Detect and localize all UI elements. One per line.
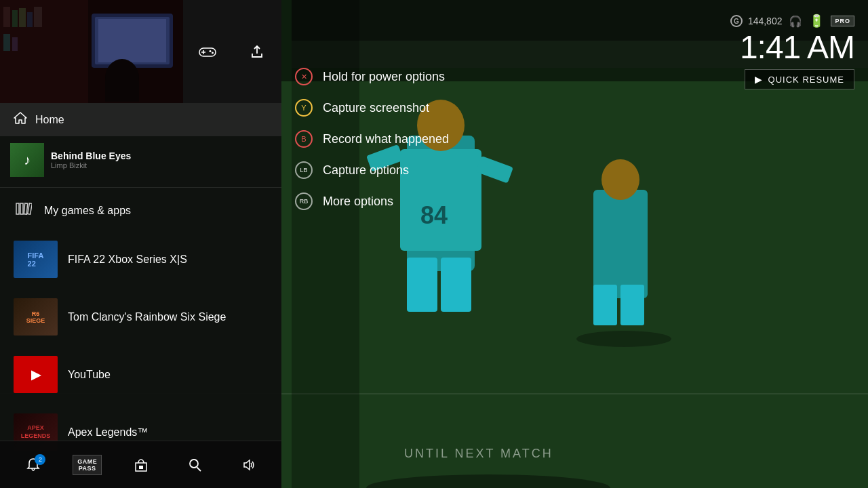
library-icon — [14, 201, 34, 220]
header-controls — [183, 0, 281, 103]
x-button-icon: ✕ — [295, 68, 313, 85]
capture-screenshot-item[interactable]: Y Capture screenshot — [292, 92, 452, 123]
store-icon — [134, 458, 149, 472]
now-playing-section: ♪ Behind Blue Eyes Limp Bizkit — [0, 136, 281, 184]
record-happened-label: Record what happened — [323, 132, 449, 146]
pro-badge: PRO — [831, 16, 854, 26]
apex-label: Apex Legends™ — [68, 426, 148, 439]
svg-rect-43 — [24, 203, 27, 214]
r6-icon-text: R6SIEGE — [26, 310, 45, 324]
thumbnail-row — [0, 0, 281, 103]
svg-rect-44 — [28, 203, 32, 214]
fifa-label: FIFA 22 Xbox Series X|S — [68, 253, 187, 266]
now-playing-title: Behind Blue Eyes — [51, 150, 131, 161]
my-games-label: My games & apps — [44, 205, 131, 217]
r6-thumbnail: R6SIEGE — [14, 298, 58, 336]
svg-rect-14 — [593, 285, 617, 325]
controller-svg — [198, 45, 217, 58]
divider — [0, 187, 281, 188]
game-pass-line1: GAME — [77, 458, 97, 465]
context-menu: ✕ Hold for power options Y Capture scree… — [292, 61, 452, 217]
svg-rect-30 — [19, 8, 26, 27]
stream-scene — [0, 0, 183, 103]
home-nav-item[interactable]: Home — [0, 103, 281, 136]
svg-rect-10 — [441, 258, 471, 312]
capture-options-item[interactable]: LB Capture options — [292, 155, 452, 186]
search-button[interactable] — [180, 454, 209, 476]
svg-rect-31 — [27, 12, 33, 27]
svg-rect-25 — [98, 19, 166, 62]
notification-badge: 2 — [35, 454, 45, 465]
svg-rect-34 — [12, 37, 18, 51]
left-panel: Home ♪ Behind Blue Eyes Limp Bizkit My g… — [0, 0, 281, 488]
svg-rect-9 — [407, 258, 437, 312]
r6-label: Tom Clancy's Rainbow Six Siege — [68, 311, 226, 323]
now-playing-info: Behind Blue Eyes Limp Bizkit — [51, 150, 131, 169]
svg-point-38 — [210, 50, 212, 52]
svg-rect-32 — [34, 7, 42, 27]
music-icon: ♪ — [24, 152, 31, 168]
play-icon: ▶ — [755, 74, 763, 85]
svg-marker-40 — [14, 113, 26, 123]
power-options-label: Hold for power options — [323, 70, 445, 84]
headset-icon: 🎧 — [789, 15, 802, 28]
more-options-item[interactable]: RB More options — [292, 186, 452, 217]
bottom-taskbar: 2 GAME PASS — [0, 441, 281, 488]
apex-icon-text: APEXLEGENDS — [21, 424, 51, 440]
now-playing-subtitle: Limp Bizkit — [51, 161, 131, 169]
store-button[interactable] — [127, 454, 155, 476]
svg-rect-27 — [105, 81, 139, 102]
search-icon — [187, 458, 202, 472]
time-display: 1:41 AM — [730, 31, 854, 64]
gamerscore-value: 144,802 — [748, 16, 783, 26]
game-thumbnail — [0, 0, 183, 103]
svg-point-39 — [212, 52, 214, 54]
volume-icon — [241, 458, 256, 472]
youtube-item[interactable]: ▶ YouTube — [0, 346, 281, 403]
volume-button[interactable] — [234, 454, 262, 476]
record-happened-item[interactable]: B Record what happened — [292, 123, 452, 155]
notifications-button[interactable]: 2 — [19, 454, 47, 476]
share-svg — [250, 44, 264, 59]
home-icon — [14, 111, 27, 128]
fifa-22-item[interactable]: FIFA22 FIFA 22 Xbox Series X|S — [0, 230, 281, 288]
home-svg — [14, 111, 27, 125]
y-button-icon: Y — [295, 99, 313, 117]
controller-button[interactable] — [183, 0, 233, 103]
youtube-label: YouTube — [68, 369, 111, 381]
youtube-thumbnail: ▶ — [14, 356, 58, 393]
b-button-icon: B — [295, 130, 313, 148]
until-next-match-text: UNTIL NEXT MATCH — [404, 447, 553, 461]
svg-rect-46 — [139, 466, 143, 469]
svg-rect-41 — [16, 203, 19, 214]
svg-rect-28 — [3, 7, 10, 27]
fifa-icon-text: FIFA22 — [28, 251, 44, 268]
svg-marker-49 — [244, 460, 250, 470]
power-options-item[interactable]: ✕ Hold for power options — [292, 61, 452, 92]
g-icon: G — [730, 15, 743, 27]
youtube-play-icon: ▶ — [31, 367, 41, 382]
svg-point-11 — [576, 331, 671, 347]
now-playing-thumbnail: ♪ — [10, 143, 44, 177]
more-options-label: More options — [323, 195, 393, 209]
svg-rect-42 — [20, 203, 23, 214]
capture-screenshot-label: Capture screenshot — [323, 101, 429, 115]
r6-item[interactable]: R6SIEGE Tom Clancy's Rainbow Six Siege — [0, 288, 281, 346]
library-svg — [16, 201, 32, 216]
my-games-apps-item[interactable]: My games & apps — [0, 191, 281, 230]
top-right-hud: G 144,802 🎧 🔋 PRO 1:41 AM ▶ QUICK RESUME — [730, 14, 854, 89]
quick-resume-button[interactable]: ▶ QUICK RESUME — [745, 69, 854, 89]
capture-options-label: Capture options — [323, 163, 409, 178]
svg-rect-12 — [593, 190, 648, 298]
game-pass-button[interactable]: GAME PASS — [73, 455, 102, 475]
svg-rect-33 — [3, 34, 10, 51]
svg-point-13 — [601, 159, 639, 200]
quick-resume-label: QUICK RESUME — [768, 75, 844, 85]
battery-icon: 🔋 — [809, 14, 824, 28]
svg-rect-29 — [12, 10, 18, 27]
gamerscore: G 144,802 — [730, 15, 783, 27]
svg-rect-15 — [620, 285, 644, 325]
game-pass-line2: PASS — [79, 465, 96, 472]
share-button[interactable] — [233, 0, 282, 103]
rb-button-icon: RB — [295, 192, 313, 210]
